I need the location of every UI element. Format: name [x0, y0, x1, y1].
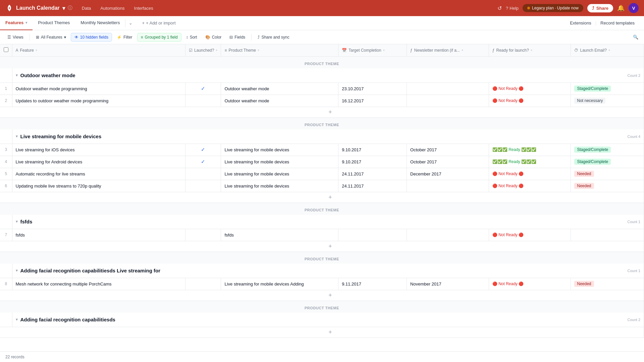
table-row[interactable]: 2Updates to outdoor weather mode program…	[0, 95, 644, 107]
table-row[interactable]: 7fsfdsfsfds🔴 Not Ready 🔴	[0, 229, 644, 241]
cell-email[interactable]: Staged/Complete	[571, 156, 644, 168]
cell-ready[interactable]: 🔴 Not Ready 🔴	[489, 83, 571, 95]
add-row[interactable]: +	[0, 241, 644, 252]
cell-ready[interactable]: ✅✅✅ Ready ✅✅✅	[489, 156, 571, 168]
group-checkbox-cell[interactable]	[0, 130, 12, 144]
add-row[interactable]: +	[0, 107, 644, 117]
add-row[interactable]: +	[0, 290, 644, 301]
row-checkbox-cell[interactable]: 8	[0, 278, 12, 290]
cell-launched[interactable]	[185, 180, 221, 192]
user-avatar[interactable]: V	[629, 3, 639, 13]
tab-more[interactable]: ⌄	[125, 16, 136, 30]
th-feature[interactable]: A Feature ▾	[12, 44, 185, 56]
cell-newsletter[interactable]	[407, 95, 489, 107]
row-checkbox-cell[interactable]: 7	[0, 229, 12, 241]
cell-newsletter[interactable]: October 2017	[407, 156, 489, 168]
cell-ready[interactable]: 🔴 Not Ready 🔴	[489, 229, 571, 241]
nav-interfaces[interactable]: Interfaces	[130, 4, 157, 13]
cell-feature[interactable]: fsfds	[12, 229, 185, 241]
table-row[interactable]: 5Automatic recording for live streamsLiv…	[0, 168, 644, 180]
nav-data[interactable]: Data	[78, 4, 95, 13]
table-row[interactable]: 3Live streaming for iOS devices✓Live str…	[0, 144, 644, 156]
cell-ready[interactable]: 🔴 Not Ready 🔴	[489, 95, 571, 107]
views-button[interactable]: ☰ Views	[4, 33, 27, 41]
app-logo[interactable]: Launch Calendar ▾	[5, 4, 65, 12]
cell-launched[interactable]	[185, 229, 221, 241]
add-row-button[interactable]: +	[0, 290, 644, 301]
cell-launched[interactable]: ✓	[185, 144, 221, 156]
share-button[interactable]: ⤴ Share	[587, 4, 613, 12]
table-row[interactable]: 4Live streaming for Android devices✓Live…	[0, 156, 644, 168]
group-checkbox-cell[interactable]	[0, 215, 12, 229]
cell-email[interactable]: Staged/Complete	[571, 144, 644, 156]
tab-features[interactable]: Features ▾	[0, 16, 33, 30]
cell-target[interactable]: 9.10.2017	[338, 156, 407, 168]
cell-theme[interactable]: Live streaming for mobile devices	[221, 180, 338, 192]
group-checkbox-cell[interactable]	[0, 313, 12, 327]
th-ready[interactable]: ƒ Ready for launch? ▾	[489, 44, 571, 56]
cell-target[interactable]: 23.10.2017	[338, 83, 407, 95]
th-theme[interactable]: ≡ Product Theme ▾	[221, 44, 338, 56]
cell-newsletter[interactable]	[407, 83, 489, 95]
cell-target[interactable]: 9.10.2017	[338, 144, 407, 156]
cell-feature[interactable]: Live streaming for Android devices	[12, 156, 185, 168]
cell-newsletter[interactable]: November 2017	[407, 278, 489, 290]
nav-automations[interactable]: Automations	[96, 4, 128, 13]
all-features-button[interactable]: ⊞ All Features ▾	[33, 33, 69, 41]
cell-theme[interactable]: fsfds	[221, 229, 338, 241]
cell-theme[interactable]: Outdoor weather mode	[221, 83, 338, 95]
extensions-link[interactable]: Extensions	[566, 20, 595, 25]
history-icon[interactable]: ↺	[497, 5, 502, 11]
group-checkbox-cell[interactable]	[0, 264, 12, 278]
share-sync-button[interactable]: ⤴ Share and sync	[254, 33, 292, 41]
notifications-bell[interactable]: 🔔	[617, 4, 625, 12]
th-checkbox[interactable]	[0, 44, 12, 56]
cell-email[interactable]: Needed	[571, 278, 644, 290]
cell-feature[interactable]: Outdoor weather mode programming	[12, 83, 185, 95]
cell-ready[interactable]: 🔴 Not Ready 🔴	[489, 180, 571, 192]
fields-button[interactable]: ⊟ Fields	[226, 33, 249, 41]
info-icon[interactable]: ⓘ	[68, 5, 72, 11]
hidden-fields-button[interactable]: 👁 10 hidden fields	[71, 33, 112, 42]
legacy-plan-button[interactable]: Legacy plan · Update now	[523, 4, 583, 12]
table-wrapper[interactable]: A Feature ▾ ☑ Launched? ▾ ≡ Product	[0, 44, 644, 362]
cell-newsletter[interactable]: October 2017	[407, 144, 489, 156]
cell-launched[interactable]: ✓	[185, 83, 221, 95]
row-checkbox-cell[interactable]: 5	[0, 168, 12, 180]
cell-email[interactable]	[571, 229, 644, 241]
cell-feature[interactable]: Live streaming for iOS devices	[12, 144, 185, 156]
cell-theme[interactable]: Live streaming for mobile devices	[221, 168, 338, 180]
cell-ready[interactable]: 🔴 Not Ready 🔴	[489, 168, 571, 180]
row-checkbox-cell[interactable]: 4	[0, 156, 12, 168]
cell-target[interactable]: 24.11.2017	[338, 168, 407, 180]
cell-feature[interactable]: Automatic recording for live streams	[12, 168, 185, 180]
add-row-button[interactable]: +	[0, 327, 644, 338]
cell-newsletter[interactable]	[407, 180, 489, 192]
cell-target[interactable]: 24.11.2017	[338, 180, 407, 192]
table-row[interactable]: 8Mesh network for connecting multiple Po…	[0, 278, 644, 290]
cell-target[interactable]: 9.11.2017	[338, 278, 407, 290]
th-email[interactable]: ⏱ Launch Email? ▾	[571, 44, 644, 56]
filter-button[interactable]: ⚡ Filter	[113, 33, 136, 41]
cell-newsletter[interactable]: December 2017	[407, 168, 489, 180]
row-checkbox-cell[interactable]: 2	[0, 95, 12, 107]
th-target[interactable]: 📅 Target Completion ▾	[338, 44, 407, 56]
group-checkbox-cell[interactable]	[0, 68, 12, 83]
cell-theme[interactable]: Live streaming for mobile devices	[221, 144, 338, 156]
cell-launched[interactable]	[185, 168, 221, 180]
group-chevron[interactable]: ▾	[16, 317, 18, 322]
cell-feature[interactable]: Mesh network for connecting multiple Por…	[12, 278, 185, 290]
cell-email[interactable]: Needed	[571, 168, 644, 180]
cell-target[interactable]: 16.12.2017	[338, 95, 407, 107]
th-launched[interactable]: ☑ Launched? ▾	[185, 44, 221, 56]
add-row[interactable]: +	[0, 192, 644, 203]
group-chevron[interactable]: ▾	[16, 219, 18, 224]
cell-email[interactable]: Not necessary	[571, 95, 644, 107]
add-row-button[interactable]: +	[0, 192, 644, 203]
tab-product-themes[interactable]: Product Themes	[33, 16, 75, 30]
select-all-checkbox[interactable]	[4, 47, 8, 52]
cell-launched[interactable]	[185, 278, 221, 290]
table-row[interactable]: 6Updating mobile live streams to 720p qu…	[0, 180, 644, 192]
record-templates-link[interactable]: Record templates	[596, 20, 639, 25]
grouped-button[interactable]: ≡ Grouped by 1 field	[137, 33, 181, 42]
